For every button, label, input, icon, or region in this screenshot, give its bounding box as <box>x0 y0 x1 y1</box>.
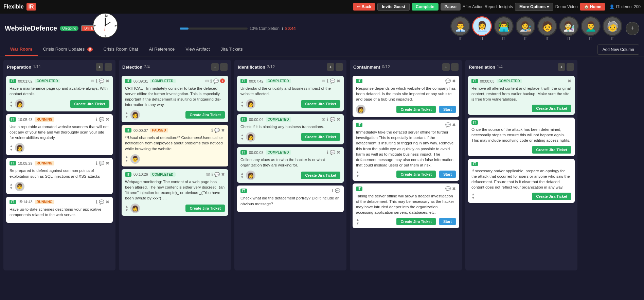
arrow-down[interactable]: ▼ <box>356 222 359 225</box>
insights-button[interactable]: Insights <box>499 4 513 9</box>
col-remediation-add[interactable]: + <box>558 63 565 71</box>
info-icon: ℹ <box>96 78 97 84</box>
arrow-up[interactable]: ▲ <box>125 155 128 159</box>
create-jira-button[interactable]: Create Jira Ticket <box>301 133 340 141</box>
chat-icon: 💬 <box>335 188 340 193</box>
create-jira-button[interactable]: Create Jira Ticket <box>301 100 340 108</box>
create-jira-button[interactable]: Create Jira Ticket <box>396 171 436 178</box>
create-jira-button[interactable]: Create Jira Ticket <box>185 205 225 212</box>
card-icons: ✉ ℹ 💬 ✖ <box>91 78 109 84</box>
info-icon: ℹ <box>327 117 328 122</box>
complete-button[interactable]: Complete <box>412 3 439 11</box>
arrow-up[interactable]: ▲ <box>240 172 244 175</box>
arrow-up[interactable]: ▲ <box>356 171 359 174</box>
arrow-down[interactable]: ▼ <box>10 104 13 108</box>
card-time: 06:39:31 <box>133 79 148 83</box>
arrow-down[interactable]: ▼ <box>471 196 475 200</box>
start-button[interactable]: Start <box>439 106 456 113</box>
col-identification-add[interactable]: + <box>327 63 334 71</box>
arrow-up[interactable]: ▲ <box>356 218 359 222</box>
col-detection-cards: IT 06:39:31 COMPLETED ✉ ℹ 💬 1 CRITICAL -… <box>119 73 231 218</box>
chat-icon: 💬 <box>99 78 104 84</box>
card-prep-4-header: IT 15:14:43 RUNNING ℹ 💬 ✖ <box>10 199 109 205</box>
card-text: CRITICAL - Immediately consider to take … <box>125 86 225 107</box>
col-preparation-title: Preparation <box>7 65 31 70</box>
demo-video-button[interactable]: Demo Video <box>555 4 578 9</box>
col-remediation-count: 1/4 <box>497 65 503 69</box>
col-containment-add[interactable]: + <box>442 63 450 71</box>
arrow-down[interactable]: ▼ <box>125 159 128 162</box>
create-jira-button[interactable]: Create Jira Ticket <box>396 218 436 225</box>
arrow-up[interactable]: ▲ <box>10 144 13 148</box>
arrow-down[interactable]: ▼ <box>240 137 244 141</box>
user-label: IT: demo_200 <box>616 4 641 9</box>
tab-ai-reference[interactable]: AI Reference <box>143 43 180 56</box>
arrow-up[interactable]: ▲ <box>471 193 475 196</box>
arrow-up[interactable]: ▲ <box>125 205 128 208</box>
tab-crisis-room-chat[interactable]: Crisis Room Chat <box>98 43 144 56</box>
col-remediation-remove[interactable]: − <box>567 63 574 71</box>
arrow-down[interactable]: ▼ <box>10 187 13 190</box>
create-jira-button[interactable]: Create Jira Ticket <box>532 146 571 154</box>
create-jira-button[interactable]: Create Jira Ticket <box>532 105 571 112</box>
mail-icon: ✉ <box>206 172 210 177</box>
back-button[interactable]: ↩ Back <box>353 3 375 11</box>
arrow-down[interactable]: ▼ <box>125 115 128 119</box>
arrow-down[interactable]: ▼ <box>240 104 244 108</box>
tab-view-artifact[interactable]: View Artifact <box>180 43 215 56</box>
arrow-up[interactable]: ▲ <box>125 111 128 115</box>
info-icon: ℹ <box>211 172 213 177</box>
card-text: Have up-to-date schemes describing your … <box>10 207 109 217</box>
avatar-1: 👩‍💼 <box>472 16 492 36</box>
arrow-up[interactable]: ▲ <box>240 134 244 137</box>
arrow-up[interactable]: ▲ <box>10 101 13 104</box>
create-jira-button[interactable]: Create Jira Ticket <box>396 106 436 113</box>
arrow-down[interactable]: ▼ <box>240 176 244 179</box>
tab-crisis-room-updates[interactable]: Crisis Room Updates 8 <box>38 43 98 56</box>
card-time: 00:01:02 <box>18 79 33 83</box>
pause-button[interactable]: Pause <box>441 3 461 11</box>
col-detection: Detection 2/4 + − IT 06:39:31 COMPLETED … <box>119 60 231 270</box>
arrow-down[interactable]: ▼ <box>10 148 13 152</box>
chat-icon: 💬 <box>99 117 104 122</box>
more-options-button[interactable]: More Options ▾ <box>515 3 553 11</box>
tab-jira-tickets[interactable]: Jira Tickets <box>215 43 248 56</box>
chat-icon: 💬 <box>213 78 219 84</box>
start-button[interactable]: Start <box>439 218 456 225</box>
col-identification: Identification 3/12 + − IT 00:07:42 COMP… <box>234 60 346 270</box>
col-detection-header: Detection 2/4 + − <box>119 60 231 73</box>
svg-text:6: 6 <box>105 34 106 37</box>
avatar-label-6: IT <box>589 37 592 40</box>
arrow-up[interactable]: ▲ <box>240 101 244 104</box>
add-new-column-button[interactable]: Add New Column <box>597 45 639 55</box>
create-jira-button[interactable]: Create Jira Ticket <box>532 193 571 200</box>
col-detection-add[interactable]: + <box>211 63 219 71</box>
create-jira-button[interactable]: Create Jira Ticket <box>301 172 340 179</box>
col-containment-remove[interactable]: − <box>451 63 459 71</box>
arrow-up[interactable]: ▲ <box>10 183 13 186</box>
create-jira-button[interactable]: Create Jira Ticket <box>185 111 225 119</box>
invite-guest-button[interactable]: Invite Guest <box>377 3 410 11</box>
col-preparation-add[interactable]: + <box>96 63 103 71</box>
col-preparation-remove[interactable]: − <box>105 63 112 71</box>
card-contain-1-header: IT 💬 ✖ <box>356 78 456 84</box>
create-jira-button[interactable]: Create Jira Ticket <box>70 100 109 108</box>
it-badge: IT <box>10 161 16 165</box>
add-avatar-button[interactable]: + <box>626 22 639 35</box>
card-detect-2-header: IT 00:00:07 PAUSED ℹ 💬 ✖ <box>125 128 225 133</box>
col-detection-title: Detection <box>122 65 142 70</box>
arrow-down[interactable]: ▼ <box>356 174 359 178</box>
close-icon: ✖ <box>452 186 456 191</box>
avatars-area: 👨‍💼 IT 👩‍💼 IT 👨‍💻 IT 👩‍🎨 IT 🧑 IT 👩‍🔬 IT … <box>450 16 639 40</box>
col-identification-remove[interactable]: − <box>336 63 343 71</box>
arrow-down[interactable]: ▼ <box>125 209 128 212</box>
card-ident-1-header: IT 00:07:42 COMPLETED ✉ ℹ 💬 ✖ <box>240 78 340 84</box>
col-preparation: Preparation 1/11 + − IT 00:01:02 COMPLET… <box>3 60 115 270</box>
tab-war-room[interactable]: War Room <box>5 43 38 56</box>
col-detection-remove[interactable]: − <box>220 63 228 71</box>
avatar: 👩 <box>15 143 24 153</box>
start-button[interactable]: Start <box>439 171 456 178</box>
home-button[interactable]: 🏠 Home <box>580 3 606 11</box>
after-action-button[interactable]: After Action Report <box>463 4 497 9</box>
card-prep-1: IT 00:01:02 COMPLETED ✉ ℹ 💬 ✖ Have a mai… <box>6 76 113 111</box>
